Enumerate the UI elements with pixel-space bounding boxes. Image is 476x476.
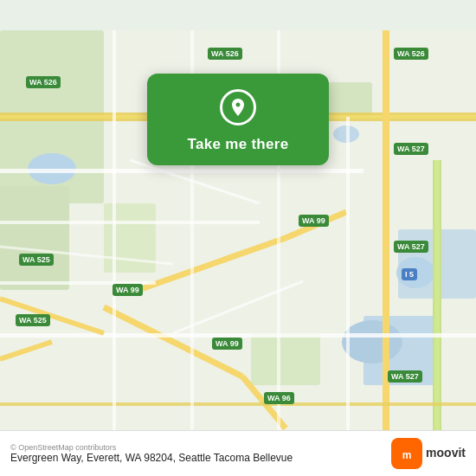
hw-label-wa526-right: WA 526 (394, 48, 428, 60)
svg-rect-2 (0, 186, 69, 290)
map-svg (0, 0, 476, 476)
hw-label-i5: I 5 (402, 268, 417, 280)
bottom-left: © OpenStreetMap contributors Evergreen W… (10, 443, 293, 464)
take-me-there-button[interactable]: Take me there (188, 136, 289, 153)
svg-rect-22 (0, 169, 363, 173)
hw-label-wa99-mid: WA 99 (299, 215, 329, 227)
svg-rect-30 (346, 117, 350, 446)
hw-label-wa99-b2: WA 99 (212, 338, 242, 350)
svg-rect-26 (0, 402, 476, 406)
hw-label-wa525-b: WA 525 (16, 314, 50, 326)
hw-label-wa99-left: WA 99 (113, 284, 143, 296)
svg-rect-4 (329, 82, 372, 117)
hw-label-wa526-left: WA 526 (26, 76, 61, 88)
map-container: WA 526 WA 526 WA 526 WA 527 WA 527 WA 99… (0, 0, 476, 476)
moovit-icon: m (391, 438, 422, 469)
hw-label-wa527-a: WA 527 (394, 143, 428, 155)
hw-label-wa96: WA 96 (264, 392, 294, 404)
moovit-brand-name: moovit (426, 447, 466, 460)
popup-card: Take me there (147, 74, 329, 165)
address-text: Evergreen Way, Everett, WA 98204, Seattl… (10, 452, 293, 464)
hw-label-wa526-mid: WA 526 (208, 48, 242, 60)
hw-label-wa527-b: WA 527 (394, 241, 428, 253)
attribution-text: © OpenStreetMap contributors (10, 443, 293, 452)
hw-label-wa527-c: WA 527 (388, 370, 422, 383)
svg-rect-27 (113, 30, 116, 446)
svg-point-9 (342, 320, 402, 363)
bottom-bar: © OpenStreetMap contributors Evergreen W… (0, 430, 476, 476)
moovit-text-block: moovit (426, 447, 466, 460)
svg-rect-5 (251, 333, 320, 385)
svg-text:m: m (402, 449, 412, 461)
hw-label-wa525-a: WA 525 (19, 254, 54, 266)
svg-rect-23 (0, 221, 260, 224)
map-pin (220, 89, 256, 125)
moovit-logo: m moovit (391, 438, 466, 469)
svg-rect-19 (383, 30, 389, 446)
